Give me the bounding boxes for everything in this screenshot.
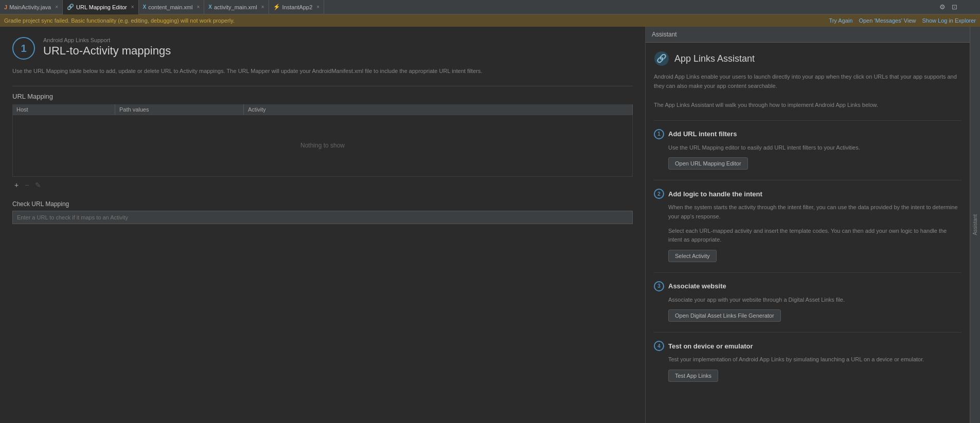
- tab-activity-main-label: activity_main.xml: [214, 4, 257, 10]
- vertical-assistant-label: Assistant: [972, 214, 978, 235]
- tab-url-mapping-label: URL Mapping Editor: [76, 4, 127, 10]
- empty-message: Nothing to show: [300, 142, 345, 149]
- main-layout: 1 Android App Links Support URL-to-Activ…: [0, 27, 980, 423]
- tab-instant-app2-close[interactable]: ×: [316, 4, 319, 10]
- step-2-title: Add logic to handle the intent: [668, 190, 762, 198]
- step-1-title: Add URL intent filters: [668, 130, 737, 138]
- assistant-intro-2: The App Links Assistant will walk you th…: [654, 101, 961, 110]
- divider-1: [12, 86, 633, 86]
- step-divider-3: [654, 332, 961, 333]
- step-divider-1: [654, 180, 961, 180]
- step-3-title: Associate website: [668, 282, 726, 290]
- panel-description: Use the URL Mapping table below to add, …: [12, 67, 633, 76]
- step-4-header: 4 Test on device or emulator: [654, 341, 961, 351]
- step-2: 2 Add logic to handle the intent When th…: [654, 189, 961, 262]
- col-activity: Activity: [244, 104, 633, 115]
- step-3: 3 Associate website Associate your app w…: [654, 281, 961, 322]
- step-3-desc: Associate your app with your website thr…: [668, 296, 961, 305]
- tab-content-main-label: content_main.xml: [148, 4, 192, 10]
- step-1: 1 Add URL intent filters Use the URL Map…: [654, 129, 961, 170]
- tab-content-main[interactable]: X content_main.xml ×: [139, 0, 205, 14]
- step-2-header: 2 Add logic to handle the intent: [654, 189, 961, 199]
- step-4: 4 Test on device or emulator Test your i…: [654, 341, 961, 382]
- url-mapping-label: URL Mapping: [12, 93, 633, 100]
- tab-url-mapping-close[interactable]: ×: [131, 4, 134, 10]
- settings-icon[interactable]: ⚙: [937, 2, 948, 12]
- tab-main-activity-label: MainActivity.java: [9, 4, 51, 10]
- tab-bar: J MainActivity.java × 🔗 URL Mapping Edit…: [0, 0, 980, 14]
- step-2-circle: 2: [654, 189, 664, 199]
- xml-icon-1: X: [143, 4, 147, 10]
- step-4-title: Test on device or emulator: [668, 342, 753, 350]
- check-url-label: Check URL Mapping: [12, 200, 633, 208]
- svg-text:🔗: 🔗: [656, 53, 667, 63]
- col-host: Host: [12, 104, 115, 115]
- panel-header: 1 Android App Links Support URL-to-Activ…: [12, 37, 633, 60]
- check-url-input[interactable]: [12, 211, 633, 224]
- step-2-desc-2: Select each URL-mapped activity and inse…: [668, 227, 961, 245]
- try-again-link[interactable]: Try Again: [829, 17, 852, 24]
- vertical-assistant-tab[interactable]: Assistant: [970, 27, 980, 423]
- step-1-desc: Use the URL Mapping editor to easily add…: [668, 143, 961, 153]
- assistant-title: App Links Assistant: [674, 53, 755, 64]
- tab-activity-main-close[interactable]: ×: [261, 4, 264, 10]
- assistant-header-label: Assistant: [652, 31, 677, 38]
- left-panel: 1 Android App Links Support URL-to-Activ…: [0, 27, 646, 423]
- tab-instant-app2-label: InstantApp2: [282, 4, 313, 10]
- step-4-circle: 4: [654, 341, 664, 351]
- url-table-body: Nothing to show: [12, 115, 633, 177]
- test-app-links-button[interactable]: Test App Links: [668, 370, 718, 382]
- notification-bar: Gradle project sync failed. Basic functi…: [0, 14, 980, 27]
- assistant-title-row: 🔗 App Links Assistant: [654, 51, 961, 66]
- show-log-link[interactable]: Show Log in Explorer: [922, 17, 976, 24]
- open-digital-asset-button[interactable]: Open Digital Asset Links File Generator: [668, 309, 781, 322]
- step-divider-0: [654, 120, 961, 121]
- table-actions: + − ✎: [12, 180, 633, 190]
- app-links-logo-icon: 🔗: [654, 51, 669, 66]
- layout-icon[interactable]: ⊡: [950, 2, 959, 12]
- step-1-circle: 1: [654, 129, 664, 139]
- assistant-header: Assistant: [646, 27, 970, 43]
- panel-title-block: Android App Links Support URL-to-Activit…: [43, 37, 171, 58]
- step-3-header: 3 Associate website: [654, 281, 961, 291]
- step-3-circle: 3: [654, 281, 664, 291]
- tab-main-activity-close[interactable]: ×: [55, 4, 58, 10]
- notification-links: Try Again Open 'Messages' View Show Log …: [829, 17, 976, 24]
- tab-content-main-close[interactable]: ×: [197, 4, 200, 10]
- tab-main-activity[interactable]: J MainActivity.java ×: [0, 0, 63, 14]
- remove-mapping-button[interactable]: −: [23, 180, 31, 190]
- select-activity-button[interactable]: Select Activity: [668, 250, 717, 262]
- step-circle-large: 1: [12, 37, 35, 60]
- notification-message: Gradle project sync failed. Basic functi…: [4, 17, 235, 24]
- col-path: Path values: [115, 104, 244, 115]
- url-table-header: Host Path values Activity: [12, 104, 633, 115]
- java-icon: J: [4, 4, 7, 10]
- assistant-content: 🔗 App Links Assistant Android App Links …: [646, 43, 970, 423]
- tab-activity-main[interactable]: X activity_main.xml ×: [204, 0, 269, 14]
- assistant-logo: 🔗: [654, 51, 669, 66]
- open-url-mapping-editor-button[interactable]: Open URL Mapping Editor: [668, 157, 748, 170]
- right-panel: Assistant 🔗 App Links Assistant Android …: [646, 27, 970, 423]
- step-2-desc-1: When the system starts the activity thro…: [668, 203, 961, 221]
- tab-url-mapping[interactable]: 🔗 URL Mapping Editor ×: [63, 0, 138, 14]
- step-1-header: 1 Add URL intent filters: [654, 129, 961, 139]
- step-4-desc: Test your implementation of Android App …: [668, 355, 961, 364]
- link-icon: 🔗: [67, 4, 74, 10]
- step-divider-2: [654, 272, 961, 273]
- add-mapping-button[interactable]: +: [12, 180, 21, 190]
- panel-title: URL-to-Activity mappings: [43, 44, 171, 58]
- panel-subtitle: Android App Links Support: [43, 37, 171, 43]
- app-icon: ⚡: [273, 4, 280, 10]
- edit-mapping-button[interactable]: ✎: [33, 180, 43, 190]
- check-url-section: Check URL Mapping: [12, 200, 633, 224]
- tab-instant-app2[interactable]: ⚡ InstantApp2 ×: [269, 0, 325, 14]
- assistant-intro-1: Android App Links enable your users to l…: [654, 72, 961, 90]
- open-messages-link[interactable]: Open 'Messages' View: [859, 17, 916, 24]
- xml-icon-2: X: [208, 4, 212, 10]
